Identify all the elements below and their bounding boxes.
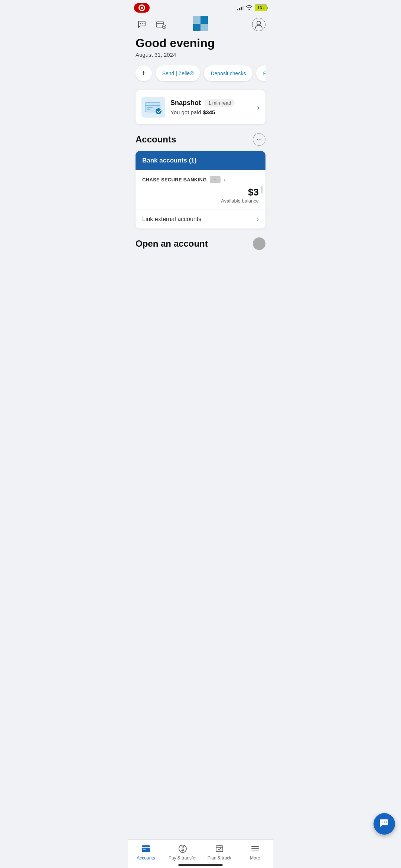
status-bar: 13+ — [128, 0, 273, 14]
svg-point-12 — [257, 21, 261, 25]
svg-rect-10 — [200, 24, 208, 31]
svg-point-18 — [156, 108, 162, 114]
svg-rect-11 — [193, 16, 200, 24]
pay-bill-button[interactable]: Pay b — [256, 65, 265, 81]
accounts-section-header: Accounts ··· — [136, 133, 265, 146]
svg-point-1 — [142, 23, 143, 24]
account-mask: ···· — [210, 176, 221, 183]
snapshot-card[interactable]: Snapshot 1 min read You got paid $345. › — [136, 90, 265, 124]
snapshot-subtitle-post: . — [215, 109, 216, 115]
target-logo — [134, 3, 150, 13]
account-balance-row: $3 Available balance — [142, 187, 259, 204]
account-chevron-icon: › — [224, 176, 225, 183]
snapshot-image — [141, 97, 165, 118]
drag-handle — [261, 186, 263, 194]
account-name-row: CHASE SECURE BANKING ···· › — [142, 176, 259, 183]
open-account-title: Open an account — [136, 239, 208, 249]
accounts-section-title: Accounts — [136, 134, 176, 145]
account-balance: $3 — [248, 187, 259, 198]
messages-icon[interactable] — [136, 18, 149, 31]
accounts-more-button[interactable]: ··· — [253, 133, 265, 146]
quick-actions-bar: + Send | Zelle® Deposit checks Pay b — [136, 65, 265, 83]
send-zelle-button[interactable]: Send | Zelle® — [156, 65, 200, 81]
account-card: Bank accounts (1) CHASE SECURE BANKING ·… — [136, 151, 265, 228]
account-name: CHASE SECURE BANKING — [142, 177, 207, 183]
svg-point-0 — [140, 23, 141, 24]
bank-accounts-header: Bank accounts (1) — [136, 151, 265, 170]
svg-rect-9 — [193, 24, 200, 31]
battery-icon: 13+ — [255, 4, 267, 11]
snapshot-subtitle-pre: You got paid — [170, 109, 203, 115]
svg-rect-16 — [147, 107, 153, 108]
link-external-chevron-icon: › — [257, 216, 259, 223]
wifi-icon — [246, 5, 252, 11]
link-external-label: Link external accounts — [142, 216, 201, 223]
app-header — [128, 14, 273, 36]
account-balance-label: Available balance — [221, 198, 259, 204]
open-account-circle-icon — [253, 237, 265, 250]
status-left — [134, 3, 150, 13]
greeting-date: August 31, 2024 — [136, 52, 265, 58]
add-card-icon[interactable] — [154, 18, 167, 31]
svg-rect-17 — [147, 109, 150, 110]
add-button[interactable]: + — [136, 65, 152, 81]
chase-logo — [192, 16, 209, 33]
bank-accounts-title: Bank accounts (1) — [142, 157, 196, 164]
snapshot-chevron-icon: › — [257, 103, 260, 112]
snapshot-badge: 1 min read — [205, 99, 235, 107]
target-icon — [138, 4, 145, 11]
svg-rect-8 — [200, 16, 208, 24]
snapshot-text: Snapshot 1 min read You got paid $345. — [170, 99, 252, 115]
snapshot-title-row: Snapshot 1 min read — [170, 99, 252, 107]
greeting-title: Good evening — [136, 36, 265, 50]
snapshot-title: Snapshot — [170, 99, 201, 107]
open-account-section[interactable]: Open an account — [136, 237, 265, 257]
status-right: 13+ — [237, 4, 267, 11]
profile-icon[interactable] — [252, 18, 265, 31]
deposit-checks-button[interactable]: Deposit checks — [204, 65, 252, 81]
main-content: Good evening August 31, 2024 + Send | Ze… — [128, 36, 273, 257]
signal-icon — [237, 5, 244, 10]
snapshot-amount: $345 — [203, 109, 215, 115]
account-row[interactable]: CHASE SECURE BANKING ···· › $3 Available… — [136, 170, 265, 210]
svg-point-2 — [144, 23, 144, 24]
snapshot-subtitle: You got paid $345. — [170, 109, 252, 115]
link-external-row[interactable]: Link external accounts › — [136, 210, 265, 228]
header-left-icons — [136, 18, 167, 31]
